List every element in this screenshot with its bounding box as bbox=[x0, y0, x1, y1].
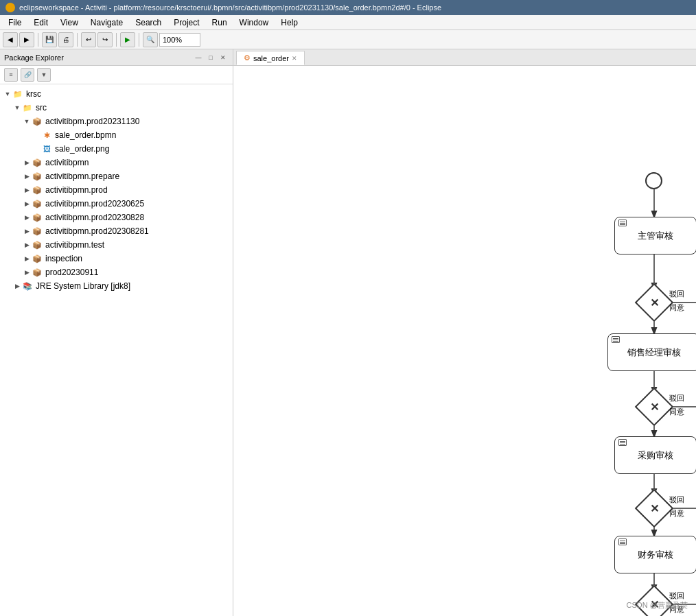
menu-edit[interactable]: Edit bbox=[28, 16, 54, 29]
close-panel-btn[interactable]: ✕ bbox=[218, 52, 229, 63]
collapse-all-btn[interactable]: ≡ bbox=[4, 68, 18, 82]
gw4-approve-label: 同意 bbox=[669, 508, 684, 519]
tree-label-activitibpmn-prod20230828: activitibpmn.prod20230828 bbox=[45, 213, 144, 222]
menu-view[interactable]: View bbox=[55, 16, 84, 29]
menu-file[interactable]: File bbox=[3, 16, 27, 29]
menu-project[interactable]: Project bbox=[168, 16, 205, 29]
tree-label-activitibpmn-prod: activitibpmn.prod bbox=[45, 185, 108, 195]
tree-icon-jre: 📚 bbox=[22, 281, 33, 292]
panel-toolbar: ≡ 🔗 ▼ bbox=[0, 66, 233, 84]
tree-icon-activitibpmn-prod20230625: 📦 bbox=[32, 198, 43, 209]
tree-icon-krsc: 📁 bbox=[12, 88, 23, 99]
bpmn-canvas[interactable]: 主管审核 完善信息 销售经理审核 采购审核 财务审核 bbox=[233, 66, 696, 616]
tree-arrow-activitibpmn-prod: ▶ bbox=[22, 187, 32, 193]
tree-item-sale-order-bpmn[interactable]: ✱sale_order.bpmn bbox=[0, 128, 233, 142]
tree-label-src: src bbox=[36, 103, 47, 112]
tree-arrow-activitibpmn-prod202308281: ▶ bbox=[22, 228, 32, 235]
task-caigou-shenhe[interactable]: 采购审核 bbox=[614, 436, 696, 474]
tree-item-activitibpmn-prod20230625[interactable]: ▶📦activitibpmn.prod20230625 bbox=[0, 197, 233, 211]
tree-arrow-krsc: ▼ bbox=[3, 91, 12, 97]
gateway2-xmark: ✕ bbox=[650, 296, 659, 309]
main-layout: Package Explorer — □ ✕ ≡ 🔗 ▼ ▼📁krsc▼📁src… bbox=[0, 49, 696, 616]
gateway-4[interactable]: ✕ bbox=[635, 489, 674, 528]
tree-icon-activitibpmn: 📦 bbox=[32, 157, 43, 168]
menu-navigate[interactable]: Navigate bbox=[85, 16, 128, 29]
menu-search[interactable]: Search bbox=[130, 16, 167, 29]
zoom-combo[interactable] bbox=[159, 33, 200, 47]
gateway3-xmark: ✕ bbox=[650, 401, 659, 414]
tab-close-btn[interactable]: ✕ bbox=[292, 55, 297, 62]
package-explorer-panel: Package Explorer — □ ✕ ≡ 🔗 ▼ ▼📁krsc▼📁src… bbox=[0, 49, 233, 616]
tree-label-sale-order-png: sale_order.png bbox=[55, 144, 109, 154]
panel-menu-btn[interactable]: ▼ bbox=[37, 68, 51, 82]
minimize-panel-btn[interactable]: — bbox=[193, 52, 204, 63]
tree-item-jre[interactable]: ▶📚JRE System Library [jdk8] bbox=[0, 279, 233, 293]
maximize-panel-btn[interactable]: □ bbox=[205, 52, 216, 63]
tree-item-activitibpmn-prod[interactable]: ▶📦activitibpmn.prod bbox=[0, 183, 233, 197]
toolbar-run-btn[interactable]: ▶ bbox=[120, 32, 135, 47]
tree-label-inspection: inspection bbox=[45, 254, 82, 263]
tree-item-prod20230911[interactable]: ▶📦prod20230911 bbox=[0, 265, 233, 279]
menu-run[interactable]: Run bbox=[207, 16, 233, 29]
sale-order-tab[interactable]: ⚙ sale_order ✕ bbox=[236, 51, 305, 65]
toolbar-forward-btn[interactable]: ▶ bbox=[19, 32, 34, 47]
tree-arrow-activitibpmn-test: ▶ bbox=[22, 241, 32, 248]
tree-icon-sale-order-png: 🖼 bbox=[41, 143, 52, 154]
toolbar-back-btn[interactable]: ◀ bbox=[3, 32, 18, 47]
task-xiaoshou-shenhe[interactable]: 销售经理审核 bbox=[607, 333, 696, 371]
toolbar-sep4 bbox=[139, 33, 139, 47]
gateway-3[interactable]: ✕ bbox=[635, 388, 674, 427]
tree-label-activitibpmn: activitibpmn bbox=[45, 158, 89, 167]
tree-item-src[interactable]: ▼📁src bbox=[0, 101, 233, 115]
package-explorer-tree: ▼📁krsc▼📁src▼📦activitibpm.prod20231130✱sa… bbox=[0, 84, 233, 616]
menubar: File Edit View Navigate Search Project R… bbox=[0, 15, 696, 30]
task5-label: 财务审核 bbox=[638, 549, 673, 561]
tree-item-sale-order-png[interactable]: 🖼sale_order.png bbox=[0, 142, 233, 156]
editor-tab-bar: ⚙ sale_order ✕ bbox=[233, 49, 696, 66]
tree-arrow-inspection: ▶ bbox=[22, 255, 32, 262]
tree-arrow-jre: ▶ bbox=[12, 283, 22, 289]
toolbar-print-btn[interactable]: 🖨 bbox=[58, 32, 73, 47]
menu-help[interactable]: Help bbox=[275, 16, 303, 29]
tab-label: sale_order bbox=[253, 54, 289, 62]
tree-icon-activitibpmn-prod: 📦 bbox=[32, 185, 43, 196]
tree-item-activitibpmn-test[interactable]: ▶📦activitibpmn.test bbox=[0, 238, 233, 252]
tree-item-activitibpm-prod[interactable]: ▼📦activitibpm.prod20231130 bbox=[0, 115, 233, 128]
tree-icon-activitibpmn-prepare: 📦 bbox=[32, 171, 43, 182]
tree-item-inspection[interactable]: ▶📦inspection bbox=[0, 252, 233, 265]
gw4-reject-label: 驳回 bbox=[669, 495, 684, 505]
eclipse-icon bbox=[5, 3, 15, 12]
tree-label-activitibpmn-prod20230625: activitibpmn.prod20230625 bbox=[45, 199, 144, 209]
tree-item-activitibpmn-prod202308281[interactable]: ▶📦activitibpmn.prod202308281 bbox=[0, 224, 233, 238]
tree-icon-activitibpm-prod: 📦 bbox=[32, 116, 43, 127]
gw5-reject-label: 驳回 bbox=[669, 591, 684, 601]
toolbar-undo-btn[interactable]: ↩ bbox=[81, 32, 96, 47]
toolbar-zoom-out-btn[interactable]: 🔍 bbox=[143, 32, 158, 47]
package-explorer-header: Package Explorer — □ ✕ bbox=[0, 49, 233, 66]
task-icon-5 bbox=[618, 538, 627, 545]
task1-label: 主管审核 bbox=[638, 230, 673, 242]
task-icon-3 bbox=[612, 336, 620, 343]
tree-item-krsc[interactable]: ▼📁krsc bbox=[0, 87, 233, 101]
task-caiwu-shenhe[interactable]: 财务审核 bbox=[614, 536, 696, 573]
tree-icon-activitibpmn-prod20230828: 📦 bbox=[32, 212, 43, 223]
tree-icon-prod20230911: 📦 bbox=[32, 267, 43, 278]
gateway-2[interactable]: ✕ bbox=[635, 283, 674, 322]
tree-label-krsc: krsc bbox=[26, 89, 41, 99]
tree-label-activitibpm-prod: activitibpm.prod20231130 bbox=[45, 117, 139, 126]
tree-label-activitibpmn-test: activitibpmn.test bbox=[45, 240, 104, 250]
tree-label-activitibpmn-prepare: activitibpmn.prepare bbox=[45, 171, 119, 181]
tree-item-activitibpmn-prod20230828[interactable]: ▶📦activitibpmn.prod20230828 bbox=[0, 211, 233, 224]
tree-item-activitibpmn-prepare[interactable]: ▶📦activitibpmn.prepare bbox=[0, 169, 233, 183]
task-zhuguan-shenhe[interactable]: 主管审核 bbox=[614, 217, 696, 254]
gateway4-xmark: ✕ bbox=[650, 502, 659, 515]
menu-window[interactable]: Window bbox=[234, 16, 275, 29]
toolbar-redo-btn[interactable]: ↪ bbox=[97, 32, 113, 47]
start-event-1[interactable] bbox=[645, 172, 662, 189]
toolbar-save-btn[interactable]: 💾 bbox=[42, 32, 57, 47]
tree-arrow-prod20230911: ▶ bbox=[22, 269, 32, 276]
link-editor-btn[interactable]: 🔗 bbox=[21, 68, 34, 82]
tree-arrow-activitibpmn-prepare: ▶ bbox=[22, 173, 32, 180]
gw2-approve-label: 同意 bbox=[669, 303, 684, 313]
tree-item-activitibpmn[interactable]: ▶📦activitibpmn bbox=[0, 156, 233, 169]
